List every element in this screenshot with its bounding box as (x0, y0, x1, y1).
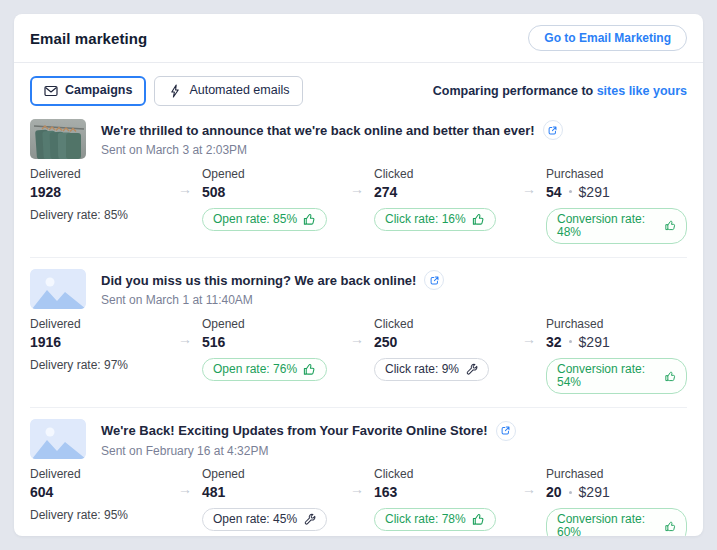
campaign-header: We're Back! Exciting Updates from Your F… (30, 419, 687, 459)
clothes-photo-thumbnail (30, 119, 86, 159)
delivery-rate-text: Delivery rate: 95% (30, 508, 202, 522)
delivery-rate-text: Delivery rate: 97% (30, 358, 202, 372)
click-rate-badge: Click rate: 78% (374, 508, 496, 531)
flow-arrow-icon: → (170, 181, 200, 197)
stat-value: 604 (30, 484, 53, 500)
tab-group: Campaigns Automated emails (30, 76, 303, 106)
campaign-title: We're Back! Exciting Updates from Your F… (101, 423, 488, 438)
tab-campaigns-label: Campaigns (65, 82, 132, 100)
open-campaign-icon[interactable] (496, 421, 516, 441)
campaign-row: We're thrilled to announce that we're ba… (30, 108, 687, 258)
page-title: Email marketing (30, 30, 147, 47)
campaign-header: Did you miss us this morning? We are bac… (30, 269, 687, 309)
badge-text: Open rate: 76% (213, 363, 297, 376)
wrench-icon (303, 513, 316, 526)
stat-purchased: Purchased 20 $291 Conversion rate: 60% (546, 467, 687, 536)
badge-text: Conversion rate: 48% (557, 213, 659, 239)
stat-clicked: Clicked 250 Click rate: 9% (374, 317, 546, 381)
open-campaign-icon[interactable] (543, 120, 563, 140)
stat-label: Delivered (30, 317, 202, 331)
thumbs-up-icon (472, 213, 485, 226)
conversion-rate-badge: Conversion rate: 54% (546, 358, 687, 394)
dot-separator (569, 340, 572, 343)
flow-arrow-icon: → (514, 181, 544, 197)
stat-value: 516 (202, 334, 225, 350)
bolt-icon (168, 84, 182, 98)
email-marketing-panel: Email marketing Go to Email Marketing Ca… (14, 14, 703, 536)
flow-arrow-icon: → (170, 331, 200, 347)
stat-label: Clicked (374, 467, 546, 481)
badge-text: Click rate: 16% (385, 213, 466, 226)
campaign-stats: Delivered 1928 Delivery rate: 85% → Open… (30, 167, 687, 244)
campaign-row: Did you miss us this morning? We are bac… (30, 258, 687, 408)
sites-like-yours-link[interactable]: sites like yours (597, 84, 687, 98)
thumbs-up-icon (303, 363, 316, 376)
stat-label: Clicked (374, 317, 546, 331)
delivery-rate-text: Delivery rate: 85% (30, 208, 202, 222)
thumbs-up-icon (303, 213, 316, 226)
open-rate-badge: Open rate: 85% (202, 208, 327, 231)
comparison-prefix: Comparing performance to (433, 84, 593, 98)
stat-purchased: Purchased 32 $291 Conversion rate: 54% (546, 317, 687, 394)
stat-label: Purchased (546, 467, 687, 481)
stat-label: Clicked (374, 167, 546, 181)
campaign-heading: Did you miss us this morning? We are bac… (101, 270, 444, 307)
campaign-heading: We're thrilled to announce that we're ba… (101, 120, 563, 157)
flow-arrow-icon: → (514, 481, 544, 497)
badge-text: Conversion rate: 60% (557, 513, 659, 536)
campaign-sent-date: Sent on March 3 at 2:03PM (101, 143, 563, 157)
panel-content: Campaigns Automated emails Comparing per… (14, 63, 703, 536)
campaign-sent-date: Sent on February 16 at 4:32PM (101, 444, 516, 458)
stat-value: 20 (546, 484, 562, 500)
stat-label: Delivered (30, 167, 202, 181)
envelope-icon (44, 84, 58, 98)
tab-automated-emails[interactable]: Automated emails (154, 76, 303, 106)
revenue-value: $291 (579, 484, 610, 500)
stat-label: Opened (202, 317, 374, 331)
campaign-header: We're thrilled to announce that we're ba… (30, 119, 687, 159)
open-campaign-icon[interactable] (424, 270, 444, 290)
stat-label: Opened (202, 467, 374, 481)
tab-automated-emails-label: Automated emails (189, 82, 289, 100)
stat-label: Purchased (546, 317, 687, 331)
image-placeholder-thumbnail (30, 419, 86, 459)
campaign-title: Did you miss us this morning? We are bac… (101, 273, 416, 288)
flow-arrow-icon: → (514, 331, 544, 347)
stat-label: Opened (202, 167, 374, 181)
stat-value: 1928 (30, 184, 61, 200)
toolbar: Campaigns Automated emails Comparing per… (30, 63, 687, 108)
campaign-stats: Delivered 604 Delivery rate: 95% → Opene… (30, 467, 687, 536)
thumbs-up-icon (472, 513, 485, 526)
stat-value: 508 (202, 184, 225, 200)
click-rate-badge: Click rate: 16% (374, 208, 496, 231)
stat-clicked: Clicked 163 Click rate: 78% (374, 467, 546, 531)
badge-text: Open rate: 45% (213, 513, 297, 526)
wrench-icon (465, 363, 478, 376)
dot-separator (569, 491, 572, 494)
campaign-heading: We're Back! Exciting Updates from Your F… (101, 421, 516, 458)
badge-text: Click rate: 78% (385, 513, 466, 526)
go-to-email-marketing-button[interactable]: Go to Email Marketing (528, 25, 687, 51)
flow-arrow-icon: → (342, 181, 372, 197)
badge-text: Conversion rate: 54% (557, 363, 659, 389)
stat-label: Purchased (546, 167, 687, 181)
revenue-value: $291 (579, 184, 610, 200)
campaign-title: We're thrilled to announce that we're ba… (101, 123, 535, 138)
comparison-note: Comparing performance to sites like your… (433, 84, 687, 98)
flow-arrow-icon: → (342, 481, 372, 497)
flow-arrow-icon: → (342, 331, 372, 347)
tab-campaigns[interactable]: Campaigns (30, 76, 146, 106)
open-rate-badge: Open rate: 76% (202, 358, 327, 381)
badge-text: Open rate: 85% (213, 213, 297, 226)
campaign-sent-date: Sent on March 1 at 11:40AM (101, 293, 444, 307)
click-rate-badge: Click rate: 9% (374, 358, 489, 381)
revenue-value: $291 (579, 334, 610, 350)
stat-value: 250 (374, 334, 397, 350)
conversion-rate-badge: Conversion rate: 48% (546, 208, 687, 244)
thumbs-up-icon (665, 219, 676, 232)
thumbs-up-icon (665, 520, 676, 533)
stat-value: 54 (546, 184, 562, 200)
stat-purchased: Purchased 54 $291 Conversion rate: 48% (546, 167, 687, 244)
stat-label: Delivered (30, 467, 202, 481)
open-rate-badge: Open rate: 45% (202, 508, 327, 531)
